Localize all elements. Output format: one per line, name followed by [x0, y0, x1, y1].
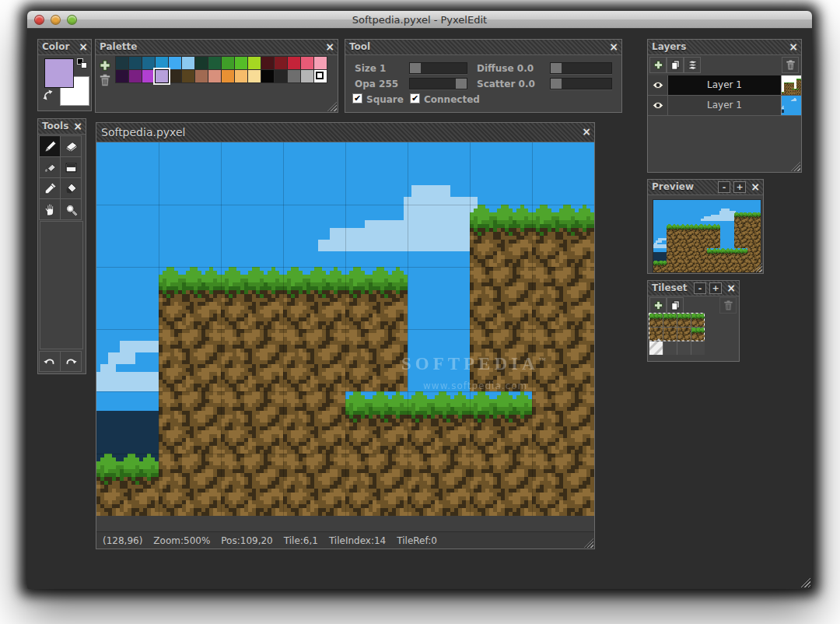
close-icon[interactable]: × — [789, 40, 798, 54]
fill-bucket-tool-button[interactable] — [39, 156, 61, 178]
undo-button[interactable] — [39, 351, 61, 372]
delete-tile-icon[interactable] — [719, 297, 737, 314]
palette-swatch[interactable] — [234, 69, 248, 83]
swap-colors-icon[interactable] — [41, 88, 55, 102]
add-tile-icon[interactable] — [649, 297, 667, 314]
layer-thumbnail[interactable] — [781, 75, 801, 95]
palette-swatch[interactable] — [274, 69, 288, 83]
layer-visibility-eye-icon[interactable] — [648, 75, 668, 95]
close-icon[interactable]: × — [582, 125, 591, 138]
zoom-in-button[interactable]: + — [733, 181, 746, 193]
palette-swatch[interactable] — [313, 56, 327, 70]
color-panel-header[interactable]: Color × — [38, 40, 91, 55]
resize-grip[interactable] — [791, 162, 800, 171]
palette-swatch[interactable] — [194, 56, 208, 70]
palette-swatch[interactable] — [168, 69, 182, 83]
preview-panel-header[interactable]: Preview - + × — [648, 180, 763, 195]
palette-swatch[interactable] — [168, 56, 182, 70]
slider-handle[interactable] — [551, 79, 562, 89]
resize-grip[interactable] — [327, 102, 337, 111]
palette-swatch[interactable] — [300, 69, 314, 83]
eraser-tool-button[interactable] — [60, 135, 82, 157]
palette-swatch[interactable] — [142, 56, 156, 70]
palette-swatch[interactable] — [181, 56, 195, 70]
foreground-color-swatch[interactable] — [44, 58, 74, 88]
default-colors-icon[interactable] — [77, 58, 87, 68]
close-icon[interactable]: × — [73, 120, 82, 133]
drawing-canvas[interactable] — [96, 142, 594, 516]
tile-stamp-tool-button[interactable] — [60, 156, 82, 178]
delete-layer-icon[interactable] — [782, 57, 799, 73]
zoom-out-button[interactable]: - — [718, 181, 730, 193]
eyedropper-tool-button[interactable] — [39, 177, 61, 199]
document-titlebar[interactable]: Softpedia.pyxel × — [96, 123, 594, 142]
layers-panel-header[interactable]: Layers × — [648, 40, 801, 55]
close-icon[interactable]: × — [79, 40, 88, 54]
palette-swatch[interactable] — [247, 56, 261, 70]
checkbox-connected[interactable]: ✔ — [410, 93, 420, 103]
palette-swatch[interactable] — [208, 69, 222, 83]
palette-swatch[interactable] — [274, 56, 288, 70]
slider-handle[interactable] — [410, 63, 421, 73]
checkbox-square[interactable]: ✔ — [352, 93, 362, 103]
palette-swatch[interactable] — [181, 69, 195, 83]
palette-swatch[interactable] — [300, 56, 314, 70]
palette-swatch[interactable] — [221, 69, 235, 83]
palette-swatch[interactable] — [221, 56, 235, 70]
slider-handle[interactable] — [551, 63, 562, 73]
palette-swatch[interactable] — [128, 69, 142, 83]
layer-visibility-eye-icon[interactable] — [648, 96, 668, 115]
layer-name[interactable]: Layer 1 — [668, 96, 781, 115]
palette-swatch[interactable] — [115, 69, 129, 83]
slider-track[interactable] — [409, 78, 467, 89]
palette-swatch[interactable] — [247, 69, 261, 83]
duplicate-tile-icon[interactable] — [667, 297, 684, 314]
window-resize-grip[interactable] — [800, 577, 810, 587]
canvas-area: SOFTPEDIA™ www.softpedia.com — [96, 142, 594, 516]
close-icon[interactable]: × — [751, 181, 760, 194]
status-bar: (128,96)Zoom:500%Pos:109,20Tile:6,1TileI… — [96, 531, 594, 549]
palette-swatch[interactable] — [194, 69, 208, 83]
slider-track[interactable] — [550, 78, 612, 89]
palette-swatch[interactable] — [208, 56, 222, 70]
close-icon[interactable]: × — [726, 282, 736, 295]
slider-handle[interactable] — [456, 79, 467, 89]
palette-swatch[interactable] — [261, 69, 275, 83]
tileset-grid[interactable] — [649, 313, 705, 355]
tool-panel-header[interactable]: Tool × — [345, 40, 621, 55]
slider-track[interactable] — [409, 62, 467, 74]
hand-tool-button[interactable] — [39, 198, 61, 220]
palette-swatch[interactable] — [261, 56, 275, 70]
merge-layer-icon[interactable] — [684, 57, 701, 73]
layer-row[interactable]: Layer 1 — [648, 96, 801, 116]
layer-name[interactable]: Layer 1 — [668, 75, 781, 95]
palette-panel-header[interactable]: Palette × — [96, 40, 338, 55]
close-icon[interactable]: × — [609, 40, 618, 54]
add-layer-icon[interactable] — [649, 57, 667, 73]
redo-button[interactable] — [60, 351, 82, 372]
palette-swatch[interactable] — [142, 69, 156, 83]
tools-panel-header[interactable]: Tools × — [38, 119, 86, 135]
close-icon[interactable]: × — [325, 40, 334, 54]
titlebar[interactable]: Softpedia.pyxel - PyxelEdit — [27, 11, 812, 29]
layer-thumbnail[interactable] — [781, 96, 801, 115]
pencil-tool-button[interactable] — [39, 135, 61, 157]
palette-swatch[interactable] — [287, 69, 301, 83]
brush-tool-button[interactable] — [60, 177, 82, 199]
add-color-icon[interactable] — [98, 58, 112, 72]
palette-swatch[interactable] — [155, 56, 169, 70]
palette-swatch[interactable] — [115, 56, 129, 70]
palette-swatch[interactable] — [155, 69, 169, 83]
duplicate-layer-icon[interactable] — [667, 57, 684, 73]
palette-swatch[interactable] — [234, 56, 248, 70]
palette-swatch[interactable] — [313, 69, 327, 83]
tileset-panel-header[interactable]: Tileset - + × — [648, 281, 739, 296]
magnifier-tool-button[interactable] — [60, 198, 82, 220]
palette-swatch[interactable] — [287, 56, 301, 70]
zoom-out-button[interactable]: - — [694, 282, 706, 294]
slider-track[interactable] — [550, 62, 612, 74]
layer-row[interactable]: Layer 1 — [648, 75, 801, 96]
palette-swatch[interactable] — [128, 56, 142, 70]
zoom-in-button[interactable]: + — [709, 282, 722, 294]
delete-color-icon[interactable] — [98, 73, 112, 87]
